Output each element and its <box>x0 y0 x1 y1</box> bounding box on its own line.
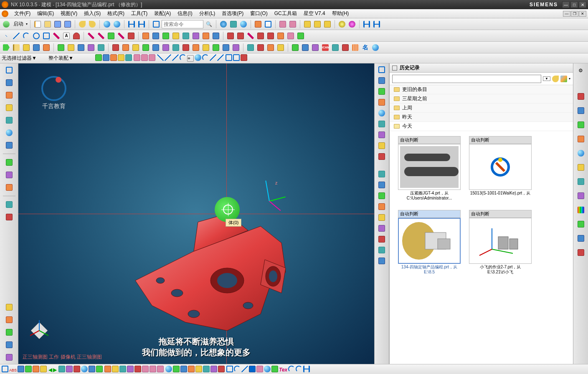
nav-part-button[interactable] <box>3 90 15 100</box>
history-thumb-1[interactable]: 自动判断 压紧圈JGT-4.prt，从 C:\Users\Administrat… <box>398 136 461 202</box>
pad-button[interactable] <box>201 31 210 40</box>
nav-system-button[interactable] <box>3 170 15 180</box>
mdi-restore-button[interactable]: ❐ <box>571 11 578 17</box>
cam-btn-12[interactable] <box>221 43 231 52</box>
geom-button[interactable] <box>32 43 41 52</box>
bt1-16[interactable] <box>134 366 141 374</box>
snap-tan-button[interactable] <box>202 54 209 62</box>
start-label[interactable]: 启动 <box>12 20 25 28</box>
menu-tools[interactable]: 工具(T) <box>128 9 151 18</box>
rr-btn-3[interactable] <box>575 119 586 130</box>
app-menu-icon[interactable] <box>2 10 8 17</box>
view-bg-button[interactable] <box>376 202 387 211</box>
point-button[interactable] <box>2 31 11 40</box>
menu-info[interactable]: 信息(I) <box>174 9 195 18</box>
trim-button[interactable] <box>226 31 235 40</box>
menu-prefs[interactable]: 首选项(P) <box>218 9 247 18</box>
bt1-11[interactable] <box>96 366 103 374</box>
history-folder-older[interactable]: 更旧的条目 <box>390 85 573 94</box>
view-misc3-button[interactable] <box>376 235 387 244</box>
history-view-icon[interactable] <box>560 76 567 82</box>
close-button[interactable]: ✕ <box>579 1 586 8</box>
bt1-8[interactable] <box>74 366 80 374</box>
cam-btn-19[interactable] <box>301 43 310 52</box>
nav-browser-button[interactable] <box>3 128 15 138</box>
draft-button[interactable] <box>276 31 285 40</box>
insert-op-button[interactable] <box>2 43 11 52</box>
cam-btn-9[interactable] <box>191 43 200 52</box>
sel-btn-8[interactable] <box>149 54 155 62</box>
undo-button[interactable] <box>78 20 87 29</box>
rr-btn-7[interactable] <box>575 176 586 187</box>
snap-center-button[interactable] <box>180 54 186 62</box>
bt1-26[interactable] <box>210 366 217 374</box>
cam-btn-22[interactable] <box>341 43 350 52</box>
circle-button[interactable] <box>32 31 41 40</box>
panel-collapse-icon[interactable] <box>392 66 397 71</box>
info-button[interactable] <box>337 20 347 29</box>
verify-button[interactable] <box>66 43 76 52</box>
snap-quad-button[interactable]: + <box>187 55 194 62</box>
offset-face-button[interactable] <box>296 31 305 40</box>
nav-b1-button[interactable] <box>3 302 15 312</box>
history-thumb-3[interactable]: 自动判断 134-四轴定轴产品编程.prt，从 E:\8.5 <box>398 210 461 275</box>
nav-b4-button[interactable] <box>3 340 15 350</box>
pocket-button[interactable] <box>191 31 200 40</box>
appearance-button[interactable] <box>102 20 112 29</box>
wcs-button[interactable] <box>219 20 228 29</box>
menu-insert[interactable]: 插入(S) <box>81 9 104 18</box>
nav-b2-button[interactable] <box>3 315 15 325</box>
bt1-1[interactable] <box>2 366 8 374</box>
bt1-33[interactable] <box>264 366 271 374</box>
datum-button[interactable] <box>229 20 238 29</box>
shop-doc-button[interactable] <box>96 43 106 52</box>
rr-btn-9[interactable] <box>575 205 586 215</box>
split-button[interactable] <box>236 31 245 40</box>
nav-b5-button[interactable] <box>3 352 15 362</box>
bt1-9[interactable] <box>81 366 88 374</box>
rr-btn-12[interactable] <box>575 247 586 258</box>
part-model[interactable] <box>110 197 298 347</box>
view-btn-3[interactable] <box>241 54 247 62</box>
view-fit-button[interactable] <box>376 65 387 74</box>
menu-format[interactable]: 格式(R) <box>104 9 128 18</box>
arc-button[interactable] <box>22 31 31 40</box>
bt1-37[interactable] <box>303 366 310 374</box>
slot-button[interactable] <box>211 31 220 40</box>
nav-roles-button[interactable] <box>3 157 15 167</box>
bt1-35[interactable] <box>288 366 295 374</box>
snap-point-button[interactable] <box>157 54 164 62</box>
cam-btn-5[interactable] <box>151 43 160 52</box>
text-button[interactable]: A <box>62 31 71 40</box>
menu-edit[interactable]: 编辑(E) <box>34 9 57 18</box>
post-button[interactable] <box>86 43 96 52</box>
cam-btn-23[interactable] <box>371 43 380 52</box>
cam-btn-6[interactable] <box>161 43 170 52</box>
history-thumb-4[interactable]: 自动判断 小飞的作业2-7.prt，从 E:\3.21\z\小飞 <box>469 210 532 275</box>
view-misc4-button[interactable] <box>376 245 387 255</box>
program-button[interactable] <box>12 43 21 52</box>
info2-button[interactable] <box>347 20 357 29</box>
cam-btn-15[interactable] <box>256 43 265 52</box>
menu-assembly[interactable]: 装配(A) <box>151 9 174 18</box>
view-btn-2[interactable] <box>233 54 240 62</box>
rr-btn-8[interactable] <box>575 190 586 201</box>
view-misc1-button[interactable] <box>376 213 387 222</box>
rr-btn-10[interactable] <box>575 219 586 230</box>
cam-btn-17[interactable] <box>276 43 285 52</box>
cam-btn-2[interactable] <box>121 43 130 52</box>
bt1-18[interactable] <box>150 366 156 374</box>
bt1-abs[interactable]: ABS <box>9 367 17 373</box>
layer-button[interactable] <box>253 20 263 29</box>
cam-btn-21[interactable] <box>331 43 340 52</box>
dim-v-button[interactable] <box>372 20 381 29</box>
snap-perp-button[interactable] <box>210 54 216 62</box>
bt1-27[interactable] <box>218 366 225 374</box>
heart-button[interactable] <box>72 31 81 40</box>
maximize-button[interactable]: □ <box>570 1 578 8</box>
history-search-dropdown[interactable]: ▼ <box>543 76 550 81</box>
extend-button[interactable] <box>246 31 255 40</box>
bt1-10[interactable] <box>89 366 95 374</box>
view-sec-button[interactable] <box>376 169 387 179</box>
bt1-23[interactable] <box>188 366 195 374</box>
